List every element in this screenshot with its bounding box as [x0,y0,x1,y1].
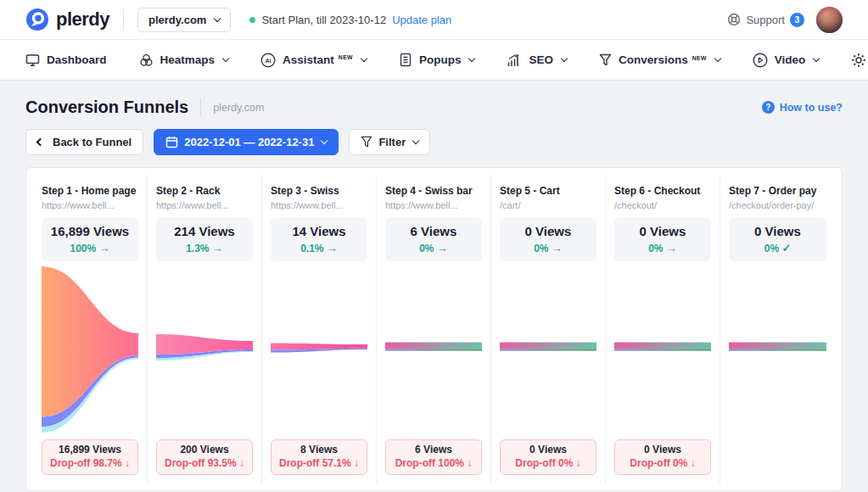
dropoff-zone: 0 Views Drop-off 0% ↓ [614,439,711,475]
dropoff-card[interactable]: 16,899 Views Drop-off 98.7% ↓ [42,439,138,475]
dropoff-zone: 6 Views Drop-off 100% ↓ [385,439,482,475]
step-url: https://www.bell... [271,200,367,210]
rate-arrow-icon: → [666,242,677,254]
brand-name: plerdy [56,8,109,31]
dashboard-icon [25,53,40,67]
step-views-value: 0 Views [619,224,706,238]
chevron-left-icon [36,138,45,147]
dropoff-arrow-icon: ↓ [467,457,472,469]
funnel-chart [156,266,253,436]
user-avatar[interactable] [816,7,843,33]
dropoff-rate-label: Drop-off 100% ↓ [389,457,478,469]
nav-item-assistant[interactable]: AI Assistant NEW [260,53,367,68]
nav-label: SEO [529,53,553,66]
step-views-card: 214 Views 1.3% → [156,218,253,261]
step-conversion-rate: 0.1% → [276,242,362,254]
nav-item-seo[interactable]: SEO [507,53,567,67]
step-title: Step 1 - Home page [42,185,138,197]
funnel-step-column: Step 7 - Order pay /checkout/order-pay/ … [720,175,835,484]
plan-status-dot-icon [249,17,255,23]
dropoff-card[interactable]: 6 Views Drop-off 100% ↓ [385,439,482,475]
main-nav: Dashboard Heatmaps AI Assistant NEW Popu… [0,40,868,81]
how-to-use-link[interactable]: ? How to use? [762,101,843,114]
nav-item-settings[interactable]: Settings [851,53,868,68]
funnel-step-column: Step 6 - Checkout /checkout/ 0 Views 0% … [606,175,720,484]
chevron-down-icon [412,137,419,144]
site-selector-dropdown[interactable]: plerdy.com [137,8,231,32]
rate-arrow-icon: → [327,242,338,254]
step-conversion-rate: 0% → [505,242,591,254]
plan-status: Start Plan, till 2023-10-12 Update plan [249,14,451,26]
rate-arrow-icon: → [437,242,448,254]
svg-text:AI: AI [266,58,272,64]
conversions-funnel-icon [599,53,612,67]
dropoff-views-value: 0 Views [504,444,592,456]
site-selector-value: plerdy.com [148,14,206,26]
plan-status-text: Start Plan, till 2023-10-12 [261,14,386,26]
step-title: Step 7 - Order pay [729,185,826,197]
dropoff-views-value: 8 Views [275,444,363,456]
nav-item-dashboard[interactable]: Dashboard [25,53,107,67]
dropoff-rate-label: Drop-off 93.5% ↓ [160,457,249,469]
funnel-chart [385,266,482,436]
step-views-card: 0 Views 0% ✓ [729,218,826,261]
dropoff-rate-label: Drop-off 57.1% ↓ [275,457,363,469]
funnel-step-column: Step 2 - Rack https://www.bell... 214 Vi… [148,175,262,484]
funnel-chart [614,266,711,436]
dropoff-zone: 200 Views Drop-off 93.5% ↓ [156,439,253,475]
chevron-down-icon [813,55,820,62]
rate-arrow-icon: → [552,242,563,254]
dropoff-arrow-icon: ↓ [125,457,130,469]
divider [123,8,124,31]
dropoff-card[interactable]: 0 Views Drop-off 0% ↓ [500,439,596,475]
nav-label: Popups [419,53,462,66]
step-views-card: 0 Views 0% → [500,218,596,261]
popups-icon [399,53,412,67]
page-site-label: plerdy.com [213,102,264,114]
nav-item-conversions[interactable]: Conversions NEW [599,53,720,67]
nav-item-video[interactable]: Video [753,53,820,68]
rate-arrow-icon: ✓ [781,242,791,254]
update-plan-link[interactable]: Update plan [392,14,451,26]
step-views-card: 0 Views 0% → [614,218,711,261]
dropoff-card[interactable]: 200 Views Drop-off 93.5% ↓ [156,439,253,475]
step-url: https://www.bell... [42,200,138,210]
chevron-down-icon [321,137,328,144]
funnel-step-column: Step 3 - Swiss https://www.bell... 14 Vi… [262,175,377,484]
dropoff-views-value: 6 Views [389,444,478,456]
dropoff-card[interactable]: 0 Views Drop-off 0% ↓ [614,439,711,475]
dropoff-zone: 8 Views Drop-off 57.1% ↓ [271,439,367,475]
dropoff-rate-label: Drop-off 98.7% ↓ [46,457,134,469]
step-title: Step 4 - Swiss bar [385,185,482,197]
settings-gear-icon [851,53,866,68]
divider [200,98,201,117]
dropoff-card[interactable]: 8 Views Drop-off 57.1% ↓ [271,439,367,475]
dropoff-arrow-icon: ↓ [691,457,696,469]
chevron-down-icon [222,55,229,62]
filter-funnel-icon [361,136,372,148]
support-button[interactable]: Support 3 [727,13,804,27]
step-title: Step 3 - Swiss [271,185,367,197]
date-range-button[interactable]: 2022-12-01 — 2022-12-31 [154,129,339,155]
plerdy-logo[interactable]: plerdy [25,8,109,31]
support-count-badge: 3 [790,13,804,27]
step-conversion-rate: 100% → [47,242,133,254]
back-to-funnel-button[interactable]: Back to Funnel [25,129,143,155]
dropoff-zone [729,439,826,475]
filter-button[interactable]: Filter [349,129,430,155]
step-conversion-rate: 0% ✓ [734,242,821,254]
step-conversion-rate: 1.3% → [161,242,248,254]
nav-label: Conversions [619,53,688,66]
nav-item-popups[interactable]: Popups [399,53,475,67]
step-views-value: 0 Views [505,224,591,238]
dropoff-zone: 16,899 Views Drop-off 98.7% ↓ [42,439,138,475]
toolbar: Back to Funnel 2022-12-01 — 2022-12-31 F… [0,117,868,155]
step-views-card: 6 Views 0% → [385,218,482,261]
chevron-down-icon [561,55,568,62]
seo-icon [507,53,522,67]
dropoff-arrow-icon: ↓ [354,457,359,469]
step-title: Step 2 - Rack [156,185,253,197]
chevron-down-icon [361,55,367,62]
lifebuoy-icon [727,13,741,26]
nav-item-heatmaps[interactable]: Heatmaps [139,53,229,67]
